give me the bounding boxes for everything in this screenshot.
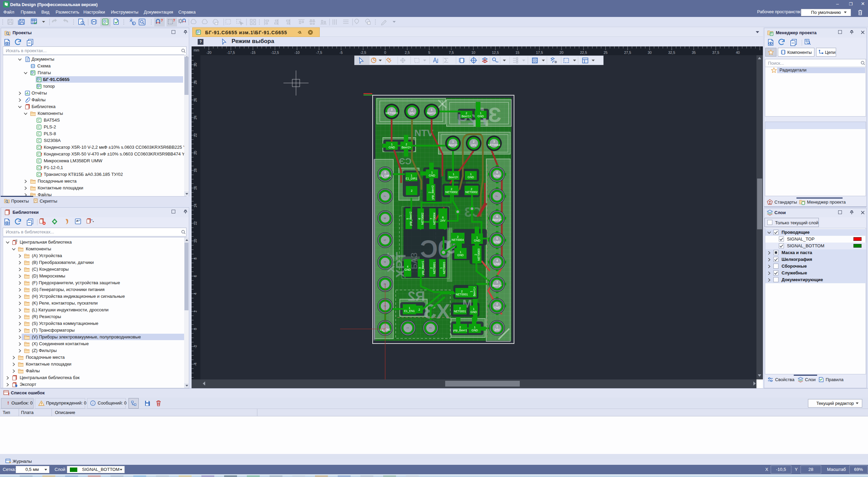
svg-text:20: 20	[559, 50, 564, 55]
svg-text:14: 14	[193, 204, 197, 208]
svg-text:i: i	[93, 401, 94, 405]
svg-text:32,5: 32,5	[668, 50, 675, 55]
svg-text:-20: -20	[206, 50, 211, 55]
svg-text:?: ?	[173, 18, 175, 22]
svg-text:24: 24	[193, 116, 197, 120]
svg-text:25: 25	[604, 50, 608, 55]
svg-text:2: 2	[383, 305, 387, 307]
svg-text:NTV: NTV	[414, 128, 433, 138]
svg-text:9С: 9С	[420, 235, 451, 263]
svg-text:7,5: 7,5	[449, 50, 454, 55]
svg-text:22,5: 22,5	[580, 50, 587, 55]
svg-text:2: 2	[411, 189, 413, 192]
svg-text:22: 22	[193, 133, 197, 137]
svg-text:?: ?	[161, 18, 163, 22]
svg-text:26: 26	[193, 98, 197, 102]
svg-text:mm: mm	[194, 48, 199, 52]
svg-text:7: 7	[495, 195, 498, 197]
svg-text:0: 0	[384, 50, 386, 55]
svg-text:-5: -5	[339, 50, 342, 55]
svg-text:18: 18	[193, 168, 197, 172]
svg-text:4: 4	[383, 261, 387, 263]
svg-text:17,5: 17,5	[536, 50, 543, 55]
svg-text:4: 4	[193, 293, 197, 295]
svg-text:12: 12	[193, 221, 197, 225]
svg-text:2: 2	[193, 310, 197, 312]
svg-text:40: 40	[736, 50, 740, 55]
svg-text:37,5: 37,5	[712, 50, 719, 55]
svg-text:0: 0	[193, 328, 197, 330]
svg-text:6: 6	[193, 275, 197, 277]
svg-text:6: 6	[383, 217, 387, 219]
svg-text:8: 8	[193, 257, 197, 260]
svg-text:35: 35	[692, 50, 696, 55]
svg-text:СЭ: СЭ	[399, 156, 412, 166]
svg-text:15: 15	[515, 50, 519, 55]
svg-text:10: 10	[193, 239, 197, 243]
svg-text:R2: R2	[408, 289, 425, 304]
svg-text:3: 3	[383, 283, 387, 285]
svg-text:5: 5	[383, 239, 387, 241]
svg-text:2: 2	[418, 308, 420, 311]
svg-text:16: 16	[193, 186, 197, 190]
svg-text:2: 2	[429, 327, 432, 329]
svg-text:5: 5	[428, 50, 430, 55]
svg-text:-2,5: -2,5	[360, 50, 366, 55]
svg-text:28: 28	[193, 80, 197, 84]
svg-text:-17,5: -17,5	[227, 50, 235, 55]
svg-text:30: 30	[193, 63, 197, 67]
svg-text:27,5: 27,5	[624, 50, 631, 55]
svg-text:-4: -4	[193, 362, 197, 366]
svg-text:20: 20	[193, 151, 197, 155]
svg-text:-12,5: -12,5	[271, 50, 279, 55]
svg-text:12,5: 12,5	[492, 50, 499, 55]
svg-text:2,5: 2,5	[405, 50, 410, 55]
svg-text:-10: -10	[294, 50, 299, 55]
svg-text:-15: -15	[250, 50, 255, 55]
svg-text:10: 10	[471, 50, 475, 55]
svg-text:1: 1	[406, 327, 409, 329]
svg-text:-2: -2	[193, 345, 197, 348]
svg-text:-7,5: -7,5	[316, 50, 322, 55]
svg-text:30: 30	[648, 50, 652, 55]
svg-text:7: 7	[383, 195, 387, 197]
